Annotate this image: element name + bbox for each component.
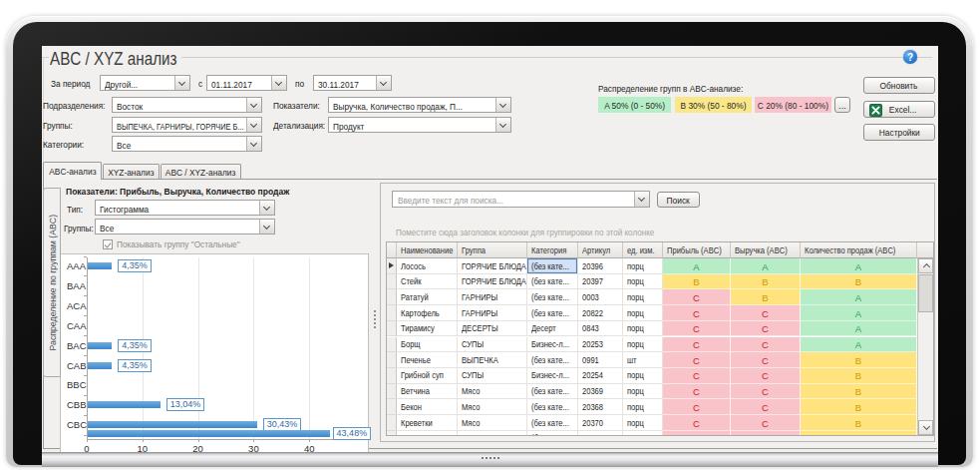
help-icon[interactable]: ? [903, 50, 917, 64]
table-cell[interactable]: ГАРНИРЫ [458, 305, 527, 321]
table-cell[interactable]: порц [623, 415, 663, 431]
chevron-down-icon[interactable] [271, 76, 286, 90]
table-cell[interactable] [458, 431, 527, 436]
table-cell[interactable]: Креветки [397, 415, 458, 431]
table-cell[interactable]: (без кате... [527, 399, 578, 415]
table-cell[interactable]: Стейк [397, 274, 458, 290]
table-cell[interactable]: C [663, 289, 731, 305]
table-cell[interactable]: Борщ [397, 337, 458, 353]
column-header[interactable]: Прибыль (ABC) [663, 242, 731, 258]
table-cell[interactable]: C [731, 399, 801, 415]
table-cell[interactable]: ГОРЯЧИЕ БЛЮДА [458, 258, 527, 274]
table-cell[interactable]: Мясо [458, 399, 527, 415]
table-cell[interactable]: 20369 [578, 384, 623, 400]
table-cell[interactable]: Лосось [397, 258, 458, 274]
table-cell[interactable]: порц [623, 274, 663, 290]
table-cell[interactable]: B [801, 368, 917, 384]
table-cell[interactable]: Грибной суп [397, 368, 458, 384]
tab-xyz[interactable]: XYZ-анализ [103, 164, 160, 180]
table-cell[interactable]: Картофель [397, 305, 458, 321]
table-cell[interactable]: C [731, 321, 801, 337]
table-cell[interactable]: A [801, 305, 917, 321]
chevron-down-icon[interactable] [259, 201, 274, 215]
table-cell[interactable]: порц [623, 321, 663, 337]
column-header[interactable]: Категория [527, 242, 578, 258]
table-cell[interactable]: 0003 [578, 289, 623, 305]
row-indicator[interactable] [387, 431, 397, 436]
chevron-down-icon[interactable] [634, 192, 649, 207]
chevron-down-icon[interactable] [495, 118, 510, 132]
settings-button[interactable]: Настройки [863, 124, 935, 141]
table-cell[interactable]: ГАРНИРЫ [458, 289, 527, 305]
table-cell[interactable]: шт [623, 352, 663, 368]
type-combo[interactable]: Гистограмма [95, 200, 275, 216]
table-cell[interactable]: B [801, 415, 917, 431]
table-cell[interactable]: ДЕСЕРТЫ [458, 321, 527, 337]
table-cell[interactable]: C [731, 352, 801, 368]
table-cell[interactable]: 20254 [578, 368, 623, 384]
table-cell[interactable]: (без кате... [527, 258, 578, 274]
chevron-down-icon[interactable] [174, 76, 189, 90]
table-cell[interactable]: C [731, 368, 801, 384]
table-cell[interactable]: 20396 [578, 258, 623, 274]
table-cell[interactable]: C [663, 337, 731, 353]
chevron-down-icon[interactable] [246, 137, 261, 151]
table-cell[interactable]: порц [623, 384, 663, 400]
table-cell[interactable]: (без кате... [527, 352, 578, 368]
scroll-down-button[interactable] [918, 420, 933, 435]
table-cell[interactable]: порц [623, 399, 663, 415]
table-cell[interactable]: C [663, 415, 731, 431]
table-cell[interactable]: Мясо [458, 415, 527, 431]
table-cell[interactable]: ГОРЯЧИЕ БЛЮДА [458, 274, 527, 290]
groups-combo[interactable]: ВЫПЕЧКА, ГАРНИРЫ, ГОРЯЧИЕ Б... [112, 117, 262, 133]
tab-abc[interactable]: ABC-анализ [43, 162, 102, 180]
table-cell[interactable]: порц [623, 368, 663, 384]
table-cell[interactable]: (без кате... [527, 305, 578, 321]
table-cell[interactable]: (без кате... [527, 384, 578, 400]
search-input[interactable]: Введите текст для поиска... [392, 191, 650, 208]
table-cell[interactable]: A [801, 337, 917, 353]
table-cell[interactable]: порц [623, 258, 663, 274]
table-cell[interactable]: B [731, 289, 801, 305]
tab-abc-xyz[interactable]: ABC / XYZ-анализ [161, 164, 241, 180]
panel-splitter[interactable] [370, 183, 380, 442]
table-cell[interactable]: Бизнес-л... [527, 368, 578, 384]
table-cell[interactable]: Рататуй [397, 289, 458, 305]
table-cell[interactable]: 20397 [578, 274, 623, 290]
table-cell[interactable]: C [663, 368, 731, 384]
row-indicator[interactable] [387, 415, 397, 431]
table-cell[interactable]: Мясо [458, 384, 527, 400]
table-cell[interactable]: C [731, 384, 801, 400]
scrollbar-thumb[interactable] [918, 274, 933, 312]
table-cell[interactable] [623, 431, 663, 436]
table-cell[interactable]: C [731, 431, 801, 436]
table-cell[interactable]: (без кате... [527, 274, 578, 290]
table-cell[interactable]: B [801, 431, 917, 436]
table-cell[interactable]: порц [623, 305, 663, 321]
table-cell[interactable]: A [731, 258, 801, 274]
row-indicator[interactable] [387, 274, 397, 290]
period-combo[interactable]: Другой... [100, 75, 190, 91]
table-cell[interactable]: C [663, 399, 731, 415]
row-indicator[interactable] [387, 305, 397, 321]
indicators-combo[interactable]: Выручка, Количество продаж, П... [328, 97, 511, 113]
checkbox-checked-icon[interactable] [103, 239, 113, 249]
table-cell[interactable]: (без кате... [527, 289, 578, 305]
table-cell[interactable]: Ветчина [397, 384, 458, 400]
column-header[interactable]: Выручка (ABC) [731, 242, 801, 258]
table-cell[interactable]: Тирамису [397, 321, 458, 337]
table-cell[interactable]: СУПЫ [458, 337, 527, 353]
table-cell[interactable]: 20822 [578, 305, 623, 321]
table-cell[interactable]: 0991 [578, 352, 623, 368]
table-cell[interactable]: Печенье [397, 352, 458, 368]
table-cell[interactable]: C [663, 305, 731, 321]
date-from-combo[interactable]: 01.11.2017 [206, 75, 287, 91]
chevron-down-icon[interactable] [246, 118, 261, 132]
column-header[interactable]: Группа [458, 242, 527, 258]
excel-button[interactable]: Excel... [863, 101, 935, 118]
table-cell[interactable] [578, 431, 623, 436]
refresh-button[interactable]: Обновить [863, 77, 935, 94]
table-cell[interactable]: Десерт [527, 321, 578, 337]
side-tab-distribution[interactable]: Распределение по группам (ABC) [43, 188, 61, 377]
table-cell[interactable]: Бекон [397, 399, 458, 415]
